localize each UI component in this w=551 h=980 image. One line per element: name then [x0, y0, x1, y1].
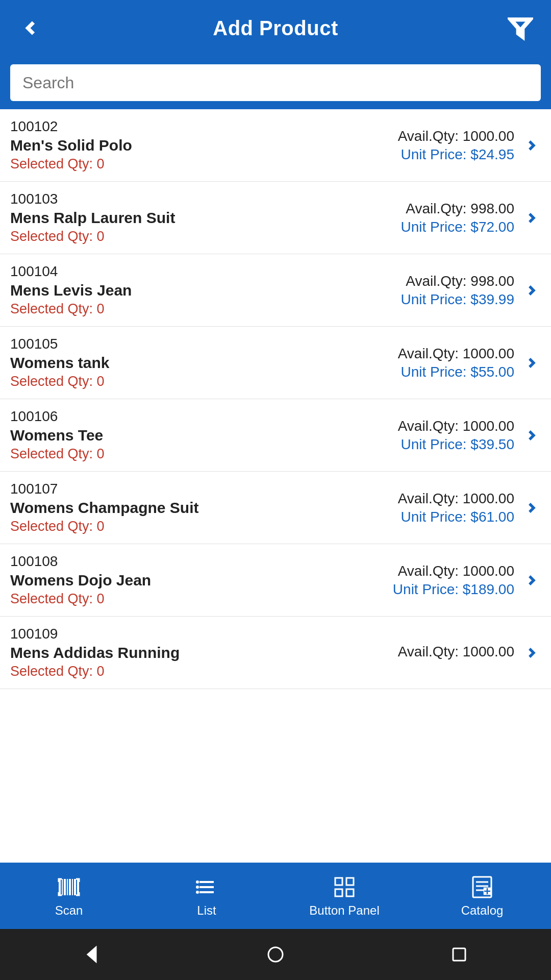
filter-button[interactable] [505, 13, 536, 43]
svg-marker-26 [88, 947, 96, 962]
svg-rect-5 [69, 879, 71, 895]
svg-rect-7 [74, 879, 76, 895]
product-info: 100106Womens TeeSelected Qty: 0 [10, 408, 369, 462]
catalog-icon [469, 874, 495, 900]
avail-qty: Avail.Qty: 1000.00 [398, 418, 514, 434]
svg-rect-17 [335, 889, 342, 896]
product-name: Mens Addidas Running [10, 644, 369, 662]
product-row[interactable]: 100106Womens TeeSelected Qty: 0Avail.Qty… [0, 399, 551, 472]
system-recent-button[interactable] [444, 939, 474, 970]
svg-rect-15 [335, 878, 342, 885]
svg-point-13 [196, 886, 199, 889]
product-name: Mens Ralp Lauren Suit [10, 209, 369, 227]
chevron-right-icon [522, 281, 541, 300]
svg-rect-6 [72, 879, 73, 895]
svg-point-14 [196, 891, 199, 894]
system-nav-bar [0, 929, 551, 980]
product-id: 100103 [10, 191, 369, 207]
product-avail: Avail.Qty: 998.00Unit Price: $72.00 [369, 201, 522, 235]
svg-rect-28 [453, 948, 465, 961]
nav-catalog-label: Catalog [461, 903, 504, 918]
unit-price: Unit Price: $189.00 [393, 581, 514, 598]
nav-catalog[interactable]: Catalog [413, 863, 551, 929]
product-id: 100108 [10, 553, 369, 570]
avail-qty: Avail.Qty: 998.00 [406, 201, 514, 217]
search-input[interactable] [10, 64, 541, 101]
product-row[interactable]: 100107Womens Champagne SuitSelected Qty:… [0, 472, 551, 544]
product-row[interactable]: 100103Mens Ralp Lauren SuitSelected Qty:… [0, 182, 551, 254]
chevron-right-icon [522, 426, 541, 445]
product-id: 100104 [10, 263, 369, 280]
avail-qty: Avail.Qty: 1000.00 [398, 491, 514, 507]
list-icon [193, 874, 220, 900]
system-home-button[interactable] [260, 939, 291, 970]
chevron-right-icon [522, 136, 541, 155]
product-name: Womens Dojo Jean [10, 572, 369, 589]
product-info: 100104Mens Levis JeanSelected Qty: 0 [10, 263, 369, 317]
product-avail: Avail.Qty: 1000.00Unit Price: $61.00 [369, 491, 522, 525]
nav-list[interactable]: List [138, 863, 276, 929]
back-button[interactable] [15, 13, 46, 43]
svg-rect-2 [62, 879, 63, 895]
grid-icon [331, 874, 358, 900]
product-list: 100102Men's Solid PoloSelected Qty: 0Ava… [0, 109, 551, 863]
product-row[interactable]: 100108Womens Dojo JeanSelected Qty: 0Ava… [0, 544, 551, 617]
product-selected-qty: Selected Qty: 0 [10, 229, 369, 244]
chevron-right-icon [522, 354, 541, 372]
page-title: Add Product [213, 17, 338, 40]
product-info: 100108Womens Dojo JeanSelected Qty: 0 [10, 553, 369, 607]
product-selected-qty: Selected Qty: 0 [10, 374, 369, 389]
avail-qty: Avail.Qty: 998.00 [406, 273, 514, 289]
svg-rect-3 [64, 879, 66, 895]
product-info: 100107Womens Champagne SuitSelected Qty:… [10, 481, 369, 534]
product-id: 100102 [10, 118, 369, 135]
barcode-icon [56, 874, 82, 900]
avail-qty: Avail.Qty: 1000.00 [398, 346, 514, 362]
nav-scan-label: Scan [55, 903, 83, 918]
product-avail: Avail.Qty: 1000.00Unit Price: $55.00 [369, 346, 522, 380]
chevron-right-icon [522, 209, 541, 227]
svg-rect-16 [346, 878, 354, 885]
nav-button-panel-label: Button Panel [309, 903, 379, 918]
product-selected-qty: Selected Qty: 0 [10, 156, 369, 172]
avail-qty: Avail.Qty: 1000.00 [398, 563, 514, 579]
unit-price: Unit Price: $61.00 [400, 509, 514, 525]
product-selected-qty: Selected Qty: 0 [10, 664, 369, 679]
product-avail: Avail.Qty: 1000.00Unit Price: $24.95 [369, 128, 522, 163]
system-back-button[interactable] [77, 939, 107, 970]
product-selected-qty: Selected Qty: 0 [10, 301, 369, 317]
product-selected-qty: Selected Qty: 0 [10, 519, 369, 534]
product-avail: Avail.Qty: 1000.00 [369, 644, 522, 662]
product-row[interactable]: 100105Womens tankSelected Qty: 0Avail.Qt… [0, 327, 551, 399]
product-row[interactable]: 100102Men's Solid PoloSelected Qty: 0Ava… [0, 109, 551, 182]
product-row[interactable]: 100109Mens Addidas RunningSelected Qty: … [0, 617, 551, 689]
product-avail: Avail.Qty: 1000.00Unit Price: $189.00 [369, 563, 522, 598]
nav-scan[interactable]: Scan [0, 863, 138, 929]
product-row[interactable]: 100104Mens Levis JeanSelected Qty: 0Avai… [0, 254, 551, 327]
svg-point-12 [196, 880, 199, 884]
product-info: 100109Mens Addidas RunningSelected Qty: … [10, 626, 369, 679]
product-name: Men's Solid Polo [10, 137, 369, 154]
svg-rect-18 [346, 889, 354, 896]
product-id: 100105 [10, 336, 369, 352]
search-container [0, 56, 551, 109]
product-avail: Avail.Qty: 998.00Unit Price: $39.99 [369, 273, 522, 308]
chevron-right-icon [522, 571, 541, 590]
chevron-right-icon [522, 499, 541, 517]
product-info: 100105Womens tankSelected Qty: 0 [10, 336, 369, 389]
svg-rect-4 [67, 879, 68, 895]
product-selected-qty: Selected Qty: 0 [10, 591, 369, 607]
product-selected-qty: Selected Qty: 0 [10, 446, 369, 462]
product-id: 100109 [10, 626, 369, 642]
product-name: Mens Levis Jean [10, 282, 369, 299]
nav-list-label: List [197, 903, 216, 918]
avail-qty: Avail.Qty: 1000.00 [398, 128, 514, 144]
unit-price: Unit Price: $72.00 [400, 219, 514, 235]
product-info: 100102Men's Solid PoloSelected Qty: 0 [10, 118, 369, 172]
unit-price: Unit Price: $24.95 [400, 146, 514, 163]
nav-button-panel[interactable]: Button Panel [276, 863, 413, 929]
product-name: Womens tank [10, 354, 369, 372]
svg-point-27 [268, 947, 283, 962]
product-id: 100107 [10, 481, 369, 497]
bottom-nav: Scan List Button Panel [0, 863, 551, 929]
